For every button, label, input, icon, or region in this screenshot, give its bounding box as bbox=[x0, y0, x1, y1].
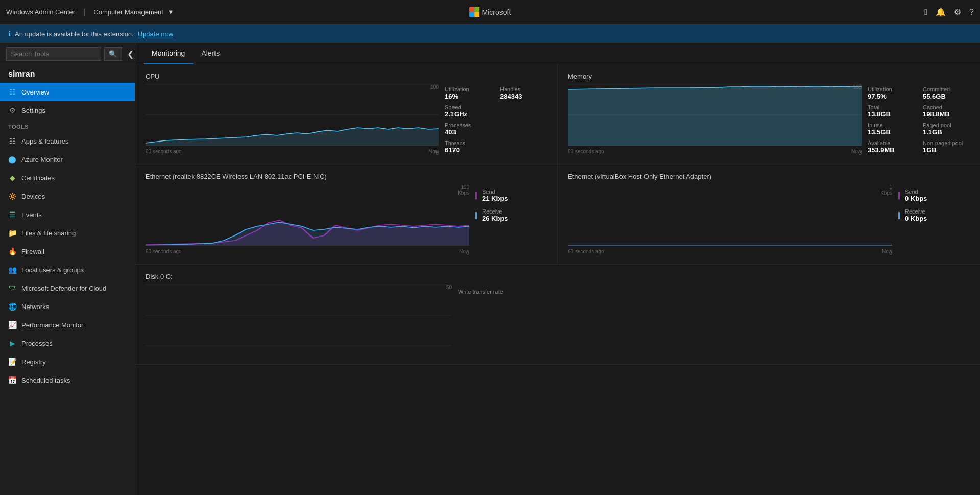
computer-name: simran bbox=[0, 65, 135, 83]
collapse-sidebar-button[interactable]: ❮ bbox=[125, 47, 135, 61]
topbar-left: Windows Admin Center | Computer Manageme… bbox=[6, 8, 174, 17]
sidebar-item-networks[interactable]: 🌐 Networks bbox=[0, 297, 135, 316]
mem-committed: Committed 55.6GB bbox=[923, 86, 970, 100]
sidebar-item-label: Firewall bbox=[21, 248, 44, 255]
eth2-recv: Receive 0 Kbps bbox=[898, 208, 970, 222]
apps-icon: ☷ bbox=[8, 137, 16, 145]
mem-cached: Cached 198.8MB bbox=[923, 104, 970, 118]
cpu-threads: Threads 6170 bbox=[445, 140, 492, 154]
cpu-y-zero: 0 bbox=[436, 150, 439, 156]
eth2-chart bbox=[568, 184, 892, 246]
sidebar-item-apps[interactable]: ☷ Apps & features bbox=[0, 132, 135, 150]
bell-icon[interactable]: 🔔 bbox=[936, 7, 946, 17]
tab-alerts[interactable]: Alerts bbox=[193, 43, 228, 64]
cpu-x-labels: 60 seconds ago Now bbox=[146, 149, 439, 154]
sidebar-item-firewall[interactable]: 🔥 Firewall bbox=[0, 242, 135, 261]
cpu-card: CPU 100 bbox=[135, 64, 558, 164]
mem-paged-pool: Paged pool 1.1GB bbox=[923, 122, 970, 136]
terminal-icon[interactable]:  bbox=[924, 8, 927, 17]
gear-icon: ⚙ bbox=[8, 106, 16, 114]
mem-available: Available 353.9MB bbox=[868, 140, 915, 154]
memory-chart bbox=[568, 84, 862, 146]
eth1-chart bbox=[146, 184, 469, 246]
eth2-y-labels: 1 Kbps bbox=[880, 184, 892, 196]
sidebar-item-registry[interactable]: 📝 Registry bbox=[0, 352, 135, 371]
eth2-title: Ethernet (virtualBox Host-Only Ethernet … bbox=[568, 173, 970, 180]
eth1-chart-area: 100 Kbps 0 bbox=[146, 184, 469, 256]
eth1-content: 100 Kbps 0 bbox=[146, 184, 547, 256]
send-color-indicator bbox=[475, 192, 477, 199]
sidebar-item-label: Certificates bbox=[21, 174, 55, 182]
sidebar-item-certs[interactable]: ◆ Certificates bbox=[0, 169, 135, 187]
sidebar-item-settings[interactable]: ⚙ Settings bbox=[0, 101, 135, 120]
search-button[interactable]: 🔍 bbox=[104, 47, 122, 61]
search-container: 🔍 ❮ bbox=[0, 43, 135, 65]
cpu-y-max: 100 bbox=[430, 84, 439, 90]
mem-total: Total 13.8GB bbox=[868, 104, 915, 118]
sidebar-item-label: Networks bbox=[21, 303, 49, 311]
events-icon: ☰ bbox=[8, 210, 16, 219]
memory-title: Memory bbox=[568, 73, 970, 80]
tab-monitoring[interactable]: Monitoring bbox=[144, 43, 193, 64]
cpu-handles: Handles 284343 bbox=[500, 86, 547, 100]
tools-section-label: Tools bbox=[0, 120, 135, 132]
microsoft-logo: Microsoft bbox=[469, 7, 511, 17]
firewall-icon: 🔥 bbox=[8, 247, 16, 255]
sidebar-item-devices[interactable]: 🔅 Devices bbox=[0, 187, 135, 205]
eth2-chart-area: 1 Kbps 0 60 seconds ago Now bbox=[568, 184, 892, 256]
sidebar-item-overview[interactable]: ☷ Overview bbox=[0, 83, 135, 101]
cpu-content: 100 bbox=[146, 84, 547, 156]
update-now-link[interactable]: Update now bbox=[138, 30, 173, 38]
sidebar-item-tasks[interactable]: 📅 Scheduled tasks bbox=[0, 371, 135, 389]
sidebar-item-label: Microsoft Defender for Cloud bbox=[21, 285, 106, 292]
topbar-icons:  🔔 ⚙ ? bbox=[924, 7, 974, 17]
content-area: Monitoring Alerts CPU 100 bbox=[135, 43, 980, 495]
sidebar-item-label: Overview bbox=[21, 88, 49, 96]
ms-squares-icon bbox=[469, 7, 479, 17]
sidebar-item-defender[interactable]: 🛡 Microsoft Defender for Cloud bbox=[0, 279, 135, 297]
search-input[interactable] bbox=[6, 47, 101, 61]
memory-card: Memory 100 bbox=[558, 64, 980, 164]
memory-x-start: 60 seconds ago bbox=[568, 149, 604, 154]
sidebar-item-processes[interactable]: ▶ Processes bbox=[0, 334, 135, 352]
mem-inuse: In use 13.5GB bbox=[868, 122, 915, 136]
sidebar-item-perf[interactable]: 📈 Performance Monitor bbox=[0, 316, 135, 334]
devices-icon: 🔅 bbox=[8, 192, 16, 200]
sidebar-item-files[interactable]: 📁 Files & file sharing bbox=[0, 224, 135, 242]
update-bar: ℹ An update is available for this extens… bbox=[0, 25, 980, 43]
sidebar-item-events[interactable]: ☰ Events bbox=[0, 205, 135, 224]
disk-chart bbox=[146, 285, 452, 346]
sidebar-item-label: Apps & features bbox=[21, 137, 69, 145]
sidebar-item-azure[interactable]: ⬤ Azure Monitor bbox=[0, 150, 135, 169]
settings-icon[interactable]: ⚙ bbox=[954, 7, 961, 17]
overview-icon: ☷ bbox=[8, 88, 16, 96]
eth1-card: Ethernet (realtek 8822CE Wireless LAN 80… bbox=[135, 164, 558, 265]
eth1-title: Ethernet (realtek 8822CE Wireless LAN 80… bbox=[146, 173, 547, 180]
sidebar-item-users[interactable]: 👥 Local users & groups bbox=[0, 261, 135, 279]
memory-y-max: 100 bbox=[853, 84, 862, 90]
mem-nonpaged-pool: Non-paged pool 1GB bbox=[923, 140, 970, 154]
help-icon[interactable]: ? bbox=[969, 8, 974, 17]
disk-stats: Write transfer rate bbox=[458, 285, 530, 356]
disk-chart-area: 50 bbox=[146, 285, 452, 356]
sidebar-item-label: Devices bbox=[21, 193, 45, 200]
eth2-card: Ethernet (virtualBox Host-Only Ethernet … bbox=[558, 164, 980, 265]
defender-icon: 🛡 bbox=[8, 284, 16, 292]
cpu-utilization: Utilization 16% bbox=[445, 86, 492, 100]
topbar: Windows Admin Center | Computer Manageme… bbox=[0, 0, 980, 25]
sidebar-item-label: Files & file sharing bbox=[21, 229, 76, 237]
memory-chart-area: 100 bbox=[568, 84, 862, 156]
sidebar-item-label: Azure Monitor bbox=[21, 156, 63, 163]
eth1-recv: Receive 26 Kbps bbox=[475, 208, 547, 222]
sidebar-item-label: Registry bbox=[21, 358, 46, 366]
eth1-y-labels: 100 Kbps bbox=[458, 184, 469, 196]
monitor-grid: CPU 100 bbox=[135, 64, 980, 365]
eth2-send: Send 0 Kbps bbox=[898, 188, 970, 202]
chevron-down-icon[interactable]: ▼ bbox=[168, 8, 174, 16]
recv-color-indicator bbox=[898, 212, 900, 219]
sidebar-item-label: Local users & groups bbox=[21, 266, 84, 274]
memory-y-zero: 0 bbox=[858, 150, 862, 156]
eth1-y-zero: 0 bbox=[466, 250, 469, 256]
cpu-chart bbox=[146, 84, 439, 146]
memory-stats: Utilization 97.5% Committed 55.6GB Total… bbox=[868, 84, 970, 156]
